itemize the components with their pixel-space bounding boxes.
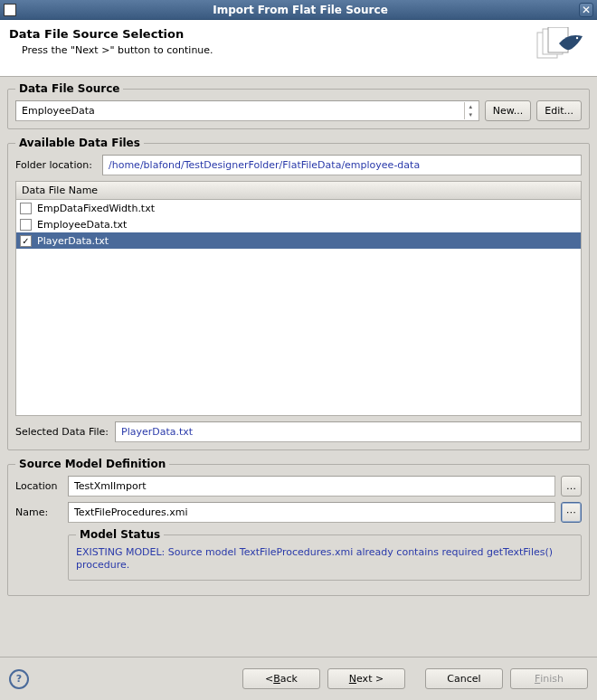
file-checkbox[interactable] (20, 203, 32, 214)
column-header-name: Data File Name (22, 184, 98, 196)
data-file-list[interactable]: Data File Name EmpDataFixedWidth.txt Emp… (15, 181, 582, 416)
browse-name-button[interactable]: ⋯ (561, 502, 582, 523)
close-icon: ✕ (582, 4, 591, 16)
back-button[interactable]: < BBackack (242, 668, 320, 689)
window-system-icon[interactable]: ▫ (4, 4, 16, 16)
file-checkbox[interactable] (20, 235, 32, 247)
window-close-button[interactable]: ✕ (579, 3, 593, 17)
ellipsis-icon: ⋯ (566, 506, 576, 518)
combo-spinner-icon[interactable]: ▴▾ (464, 102, 477, 119)
data-source-combo[interactable]: EmployeeData ▴▾ (15, 100, 479, 121)
model-status-group: Model Status EXISTING MODEL: Source mode… (68, 528, 582, 581)
ellipsis-icon: … (566, 480, 576, 492)
next-button[interactable]: Next >Next (327, 668, 405, 689)
location-label: Location (15, 480, 62, 492)
file-name-label: EmpDataFixedWidth.txt (37, 203, 155, 214)
edit-source-button[interactable]: Edit... (536, 100, 582, 121)
file-checkbox[interactable] (20, 219, 32, 231)
data-file-source-group: Data File Source EmployeeData ▴▾ New... … (7, 82, 590, 129)
finish-mnemonic: F (535, 673, 540, 685)
available-files-legend: Available Data Files (15, 137, 144, 149)
folder-location-label: Folder location: (15, 159, 97, 171)
wizard-header: Data File Source Selection Press the "Ne… (0, 20, 597, 77)
source-model-legend: Source Model Definition (15, 458, 169, 470)
file-row[interactable]: EmployeeData.txt (16, 216, 581, 232)
wizard-logo (534, 27, 588, 67)
model-status-legend: Model Status (76, 528, 164, 541)
folder-location-value: /home/blafond/TestDesignerFolder/FlatFil… (109, 159, 420, 171)
data-file-source-legend: Data File Source (15, 82, 123, 95)
folder-location-field: /home/blafond/TestDesignerFolder/FlatFil… (102, 155, 582, 175)
selected-file-label: Selected Data File: (15, 426, 109, 438)
data-file-list-header[interactable]: Data File Name (16, 182, 581, 200)
browse-location-button[interactable]: … (561, 476, 582, 497)
window-title: Import From Flat File Source (22, 4, 579, 16)
titlebar: ▫ Import From Flat File Source ✕ (0, 0, 597, 20)
selected-file-field: PlayerData.txt (115, 421, 582, 442)
selected-file-value: PlayerData.txt (121, 426, 193, 438)
file-name-label: PlayerData.txt (37, 235, 109, 247)
location-input[interactable] (68, 476, 555, 497)
file-name-label: EmployeeData.txt (37, 219, 127, 231)
name-input[interactable] (68, 502, 555, 523)
available-files-group: Available Data Files Folder location: /h… (7, 137, 590, 450)
file-row[interactable]: EmpDataFixedWidth.txt (16, 200, 581, 216)
finish-button: FinishFinish (510, 668, 588, 689)
svg-point-3 (576, 37, 578, 39)
data-source-combo-value: EmployeeData (22, 105, 95, 117)
help-button[interactable]: ? (9, 669, 29, 689)
source-model-group: Source Model Definition Location … Name:… (7, 458, 590, 596)
file-row[interactable]: PlayerData.txt (16, 232, 581, 249)
help-icon: ? (16, 673, 22, 685)
page-title: Data File Source Selection (9, 27, 534, 41)
page-subtitle: Press the "Next >" button to continue. (22, 44, 534, 56)
model-status-text: EXISTING MODEL: Source model TextFilePro… (76, 546, 573, 572)
name-label: Name: (15, 506, 62, 518)
wizard-footer: ? < BBackack Next >Next Cancel FinishFin… (0, 657, 597, 700)
cancel-button[interactable]: Cancel (425, 668, 503, 689)
new-source-button[interactable]: New... (485, 100, 531, 121)
